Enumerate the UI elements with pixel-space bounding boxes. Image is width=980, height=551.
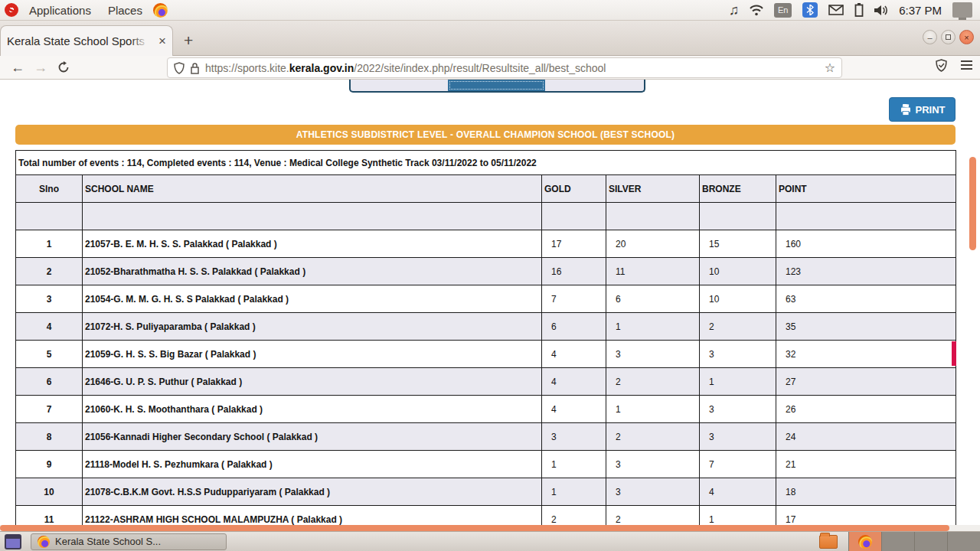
point-cell: 17 — [776, 506, 956, 526]
volume-icon[interactable] — [874, 5, 888, 16]
workspace-firefox-icon — [858, 535, 872, 549]
gold-cell: 7 — [542, 285, 606, 313]
back-button[interactable]: ← — [6, 60, 29, 76]
keyboard-layout-indicator[interactable]: En — [774, 3, 792, 18]
col-header-silver: SILVER — [606, 175, 700, 203]
print-button-label: PRINT — [916, 104, 946, 116]
print-button[interactable]: PRINT — [889, 97, 956, 122]
top-panel: Applications Places ♫ En — [0, 0, 980, 21]
point-cell: 26 — [776, 396, 956, 423]
show-desktop-icon[interactable] — [5, 534, 21, 549]
firefox-taskbar-icon — [38, 536, 50, 548]
horizontal-scrollbar-track[interactable] — [0, 525, 980, 531]
point-cell: 27 — [776, 368, 956, 396]
mail-icon[interactable] — [828, 5, 844, 15]
slno-cell: 4 — [16, 313, 83, 341]
col-header-gold: GOLD — [542, 175, 606, 203]
wifi-icon[interactable] — [750, 5, 763, 16]
menu-hamburger-icon[interactable] — [961, 58, 972, 72]
window-minimize-button[interactable]: – — [923, 30, 937, 44]
bronze-cell: 10 — [700, 285, 776, 313]
workspace-3[interactable] — [914, 532, 947, 551]
new-tab-button[interactable]: + — [184, 31, 193, 50]
bronze-cell: 7 — [700, 451, 776, 478]
col-header-school: SCHOOL NAME — [83, 175, 542, 203]
silver-cell: 1 — [606, 396, 700, 423]
school-cell: 21646-G. U. P. S. Puthur ( Palakkad ) — [83, 368, 542, 396]
distro-logo-icon — [5, 3, 18, 17]
taskbar-window-label: Kerala State School S... — [55, 536, 161, 547]
battery-icon[interactable] — [854, 3, 864, 17]
tab-close-icon[interactable]: × — [158, 34, 166, 49]
silver-cell: 3 — [606, 451, 700, 478]
school-cell: 21072-H. S. Puliyaparamba ( Palakkad ) — [83, 313, 542, 341]
taskbar-window-button[interactable]: Kerala State School S... — [31, 533, 227, 550]
table-row: 521059-G. H. S. S. Big Bazar ( Palakkad … — [16, 341, 956, 368]
table-row: 821056-Kannadi Higher Secondary School (… — [16, 423, 956, 451]
silver-cell: 11 — [606, 258, 700, 285]
school-cell: 21078-C.B.K.M Govt. H.S.S Puduppariyaram… — [83, 478, 542, 506]
firefox-launcher-icon[interactable] — [153, 3, 168, 18]
point-cell: 35 — [776, 313, 956, 341]
url-bar[interactable]: https://sports.kite.kerala.gov.in/2022/s… — [167, 57, 842, 78]
workspace-4[interactable] — [947, 532, 980, 551]
workspace-switcher — [848, 532, 980, 551]
col-header-slno: Slno — [16, 175, 83, 203]
school-cell: 21057-B. E. M. H. S. S. Palakkad ( Palak… — [83, 230, 542, 258]
gold-cell: 17 — [542, 230, 606, 258]
window-close-button[interactable]: × — [959, 30, 974, 44]
bronze-cell: 2 — [700, 313, 776, 341]
tab-title: Kerala State School Sports 20 — [7, 34, 146, 47]
point-cell: 18 — [776, 478, 956, 506]
window-maximize-button[interactable] — [941, 30, 956, 44]
gold-cell: 6 — [542, 313, 606, 341]
results-table: Total number of events : 114, Completed … — [15, 150, 956, 525]
school-cell: 21052-Bharathmatha H. S. S. Palakkad ( P… — [83, 258, 542, 285]
point-cell: 32 — [776, 341, 956, 368]
results-tbody: Total number of events : 114, Completed … — [16, 151, 956, 526]
slno-cell: 5 — [16, 341, 83, 368]
folder-icon[interactable] — [819, 535, 838, 549]
printer-icon — [900, 104, 912, 116]
clock[interactable]: 6:37 PM — [899, 4, 942, 17]
horizontal-scrollbar-thumb[interactable] — [0, 525, 949, 531]
lock-icon[interactable] — [190, 62, 200, 74]
gold-cell: 16 — [542, 258, 606, 285]
workspace-2[interactable] — [881, 532, 914, 551]
table-row: 621646-G. U. P. S. Puthur ( Palakkad )42… — [16, 368, 956, 396]
reload-button[interactable] — [52, 61, 75, 73]
bluetooth-icon[interactable] — [802, 2, 818, 18]
slno-cell: 9 — [16, 451, 83, 478]
level-tab-group[interactable] — [349, 80, 645, 93]
workspace-1[interactable] — [848, 532, 881, 551]
table-row: 1021078-C.B.K.M Govt. H.S.S Puduppariyar… — [16, 478, 956, 506]
page-title: ATHLETICS SUBDISTRICT LEVEL - OVERALL CH… — [15, 125, 956, 145]
slno-cell: 6 — [16, 368, 83, 396]
bronze-cell: 3 — [700, 341, 776, 368]
applications-menu[interactable]: Applications — [23, 4, 97, 17]
row-highlight-marker — [952, 341, 956, 366]
browser-nav-bar: ← → https://sports.kite.kerala.gov.in/20… — [0, 56, 980, 80]
bookmark-star-icon[interactable]: ☆ — [825, 60, 835, 75]
taskbar: Kerala State School S... — [0, 531, 980, 551]
shield-icon[interactable] — [174, 62, 185, 74]
forward-button[interactable]: → — [29, 60, 52, 76]
pocket-shield-icon[interactable] — [936, 59, 947, 72]
vertical-scrollbar-thumb[interactable] — [969, 157, 976, 250]
tab-title-fade — [131, 31, 152, 51]
point-cell: 160 — [776, 230, 956, 258]
summary-text: Total number of events : 114, Completed … — [16, 151, 956, 175]
slno-cell: 3 — [16, 285, 83, 313]
bronze-cell: 3 — [700, 396, 776, 423]
school-cell: 21056-Kannadi Higher Secondary School ( … — [83, 423, 542, 451]
gold-cell: 2 — [542, 506, 606, 526]
browser-tab[interactable]: Kerala State School Sports 20 × — [0, 25, 173, 56]
places-menu[interactable]: Places — [102, 4, 149, 17]
url-text[interactable]: https://sports.kite.kerala.gov.in/2022/s… — [205, 62, 819, 74]
school-cell: 21060-K. H. S. Moothanthara ( Palakkad ) — [83, 396, 542, 423]
active-level-tab[interactable] — [448, 80, 545, 91]
point-cell: 21 — [776, 451, 956, 478]
music-player-icon[interactable]: ♫ — [729, 2, 740, 18]
bronze-cell: 10 — [700, 258, 776, 285]
display-settings-icon[interactable] — [952, 2, 972, 18]
